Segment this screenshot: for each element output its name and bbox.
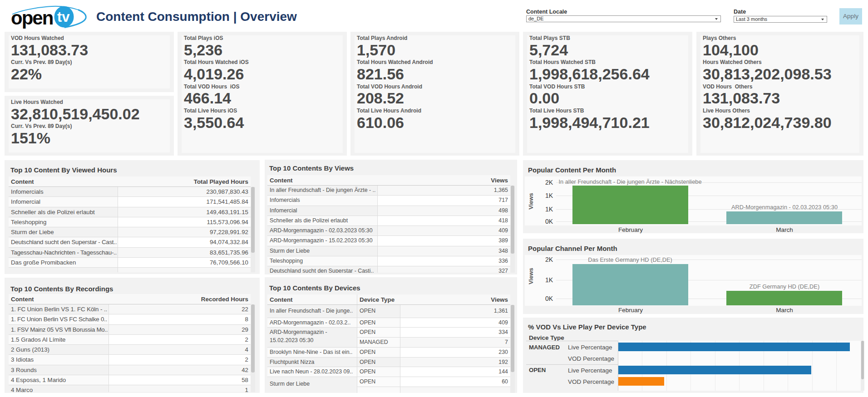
svg-text:tv: tv (57, 9, 70, 25)
svg-text:open: open (11, 7, 53, 29)
